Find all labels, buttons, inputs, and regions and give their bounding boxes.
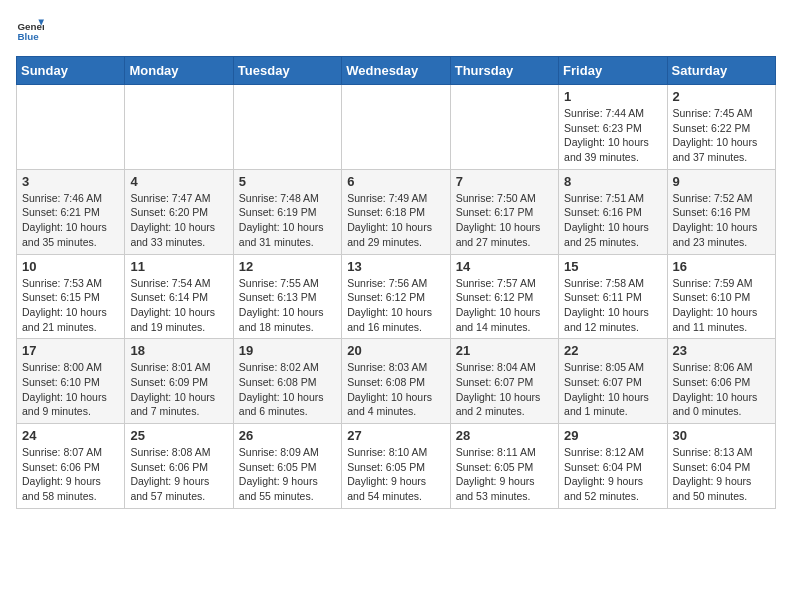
day-number: 26	[239, 428, 336, 443]
day-info: Sunrise: 7:47 AM Sunset: 6:20 PM Dayligh…	[130, 191, 227, 250]
calendar-cell: 4Sunrise: 7:47 AM Sunset: 6:20 PM Daylig…	[125, 169, 233, 254]
calendar-cell: 13Sunrise: 7:56 AM Sunset: 6:12 PM Dayli…	[342, 254, 450, 339]
day-info: Sunrise: 7:45 AM Sunset: 6:22 PM Dayligh…	[673, 106, 770, 165]
calendar-cell: 15Sunrise: 7:58 AM Sunset: 6:11 PM Dayli…	[559, 254, 667, 339]
day-info: Sunrise: 8:10 AM Sunset: 6:05 PM Dayligh…	[347, 445, 444, 504]
calendar-cell	[450, 85, 558, 170]
calendar-table: SundayMondayTuesdayWednesdayThursdayFrid…	[16, 56, 776, 509]
day-of-week-header: Tuesday	[233, 57, 341, 85]
calendar-cell: 22Sunrise: 8:05 AM Sunset: 6:07 PM Dayli…	[559, 339, 667, 424]
calendar-cell: 9Sunrise: 7:52 AM Sunset: 6:16 PM Daylig…	[667, 169, 775, 254]
day-number: 11	[130, 259, 227, 274]
calendar-cell: 5Sunrise: 7:48 AM Sunset: 6:19 PM Daylig…	[233, 169, 341, 254]
day-of-week-header: Thursday	[450, 57, 558, 85]
day-number: 6	[347, 174, 444, 189]
day-info: Sunrise: 7:56 AM Sunset: 6:12 PM Dayligh…	[347, 276, 444, 335]
day-number: 3	[22, 174, 119, 189]
calendar-cell: 7Sunrise: 7:50 AM Sunset: 6:17 PM Daylig…	[450, 169, 558, 254]
day-number: 2	[673, 89, 770, 104]
day-number: 19	[239, 343, 336, 358]
day-number: 30	[673, 428, 770, 443]
calendar-header-row: SundayMondayTuesdayWednesdayThursdayFrid…	[17, 57, 776, 85]
day-number: 13	[347, 259, 444, 274]
day-number: 14	[456, 259, 553, 274]
calendar-cell: 25Sunrise: 8:08 AM Sunset: 6:06 PM Dayli…	[125, 424, 233, 509]
day-info: Sunrise: 8:06 AM Sunset: 6:06 PM Dayligh…	[673, 360, 770, 419]
calendar-cell: 12Sunrise: 7:55 AM Sunset: 6:13 PM Dayli…	[233, 254, 341, 339]
svg-text:Blue: Blue	[17, 31, 39, 42]
calendar-cell	[233, 85, 341, 170]
day-info: Sunrise: 8:09 AM Sunset: 6:05 PM Dayligh…	[239, 445, 336, 504]
calendar-cell	[125, 85, 233, 170]
day-number: 15	[564, 259, 661, 274]
calendar-cell: 1Sunrise: 7:44 AM Sunset: 6:23 PM Daylig…	[559, 85, 667, 170]
day-number: 5	[239, 174, 336, 189]
calendar-cell: 20Sunrise: 8:03 AM Sunset: 6:08 PM Dayli…	[342, 339, 450, 424]
calendar-cell: 2Sunrise: 7:45 AM Sunset: 6:22 PM Daylig…	[667, 85, 775, 170]
calendar-cell: 27Sunrise: 8:10 AM Sunset: 6:05 PM Dayli…	[342, 424, 450, 509]
calendar-week-row: 10Sunrise: 7:53 AM Sunset: 6:15 PM Dayli…	[17, 254, 776, 339]
day-info: Sunrise: 8:02 AM Sunset: 6:08 PM Dayligh…	[239, 360, 336, 419]
calendar-cell: 3Sunrise: 7:46 AM Sunset: 6:21 PM Daylig…	[17, 169, 125, 254]
day-info: Sunrise: 8:07 AM Sunset: 6:06 PM Dayligh…	[22, 445, 119, 504]
day-info: Sunrise: 7:50 AM Sunset: 6:17 PM Dayligh…	[456, 191, 553, 250]
calendar-cell: 29Sunrise: 8:12 AM Sunset: 6:04 PM Dayli…	[559, 424, 667, 509]
day-number: 22	[564, 343, 661, 358]
day-number: 29	[564, 428, 661, 443]
day-info: Sunrise: 8:00 AM Sunset: 6:10 PM Dayligh…	[22, 360, 119, 419]
day-of-week-header: Sunday	[17, 57, 125, 85]
calendar-cell: 24Sunrise: 8:07 AM Sunset: 6:06 PM Dayli…	[17, 424, 125, 509]
day-info: Sunrise: 7:59 AM Sunset: 6:10 PM Dayligh…	[673, 276, 770, 335]
day-info: Sunrise: 7:48 AM Sunset: 6:19 PM Dayligh…	[239, 191, 336, 250]
day-info: Sunrise: 8:04 AM Sunset: 6:07 PM Dayligh…	[456, 360, 553, 419]
day-info: Sunrise: 7:57 AM Sunset: 6:12 PM Dayligh…	[456, 276, 553, 335]
day-info: Sunrise: 7:49 AM Sunset: 6:18 PM Dayligh…	[347, 191, 444, 250]
calendar-cell: 17Sunrise: 8:00 AM Sunset: 6:10 PM Dayli…	[17, 339, 125, 424]
day-number: 20	[347, 343, 444, 358]
calendar-cell: 30Sunrise: 8:13 AM Sunset: 6:04 PM Dayli…	[667, 424, 775, 509]
day-number: 7	[456, 174, 553, 189]
logo: General Blue	[16, 16, 48, 44]
day-info: Sunrise: 7:53 AM Sunset: 6:15 PM Dayligh…	[22, 276, 119, 335]
day-number: 16	[673, 259, 770, 274]
calendar-cell: 10Sunrise: 7:53 AM Sunset: 6:15 PM Dayli…	[17, 254, 125, 339]
calendar-week-row: 24Sunrise: 8:07 AM Sunset: 6:06 PM Dayli…	[17, 424, 776, 509]
day-number: 12	[239, 259, 336, 274]
day-info: Sunrise: 7:51 AM Sunset: 6:16 PM Dayligh…	[564, 191, 661, 250]
calendar-cell: 18Sunrise: 8:01 AM Sunset: 6:09 PM Dayli…	[125, 339, 233, 424]
day-number: 25	[130, 428, 227, 443]
day-info: Sunrise: 8:12 AM Sunset: 6:04 PM Dayligh…	[564, 445, 661, 504]
day-info: Sunrise: 7:44 AM Sunset: 6:23 PM Dayligh…	[564, 106, 661, 165]
calendar-cell: 23Sunrise: 8:06 AM Sunset: 6:06 PM Dayli…	[667, 339, 775, 424]
day-info: Sunrise: 7:52 AM Sunset: 6:16 PM Dayligh…	[673, 191, 770, 250]
day-of-week-header: Monday	[125, 57, 233, 85]
calendar-cell: 28Sunrise: 8:11 AM Sunset: 6:05 PM Dayli…	[450, 424, 558, 509]
calendar-week-row: 17Sunrise: 8:00 AM Sunset: 6:10 PM Dayli…	[17, 339, 776, 424]
day-number: 10	[22, 259, 119, 274]
calendar-cell	[342, 85, 450, 170]
day-of-week-header: Saturday	[667, 57, 775, 85]
calendar-cell: 14Sunrise: 7:57 AM Sunset: 6:12 PM Dayli…	[450, 254, 558, 339]
page-header: General Blue	[16, 16, 776, 44]
day-number: 4	[130, 174, 227, 189]
day-number: 8	[564, 174, 661, 189]
day-info: Sunrise: 7:55 AM Sunset: 6:13 PM Dayligh…	[239, 276, 336, 335]
day-number: 24	[22, 428, 119, 443]
day-info: Sunrise: 8:03 AM Sunset: 6:08 PM Dayligh…	[347, 360, 444, 419]
day-number: 27	[347, 428, 444, 443]
calendar-week-row: 3Sunrise: 7:46 AM Sunset: 6:21 PM Daylig…	[17, 169, 776, 254]
day-number: 17	[22, 343, 119, 358]
day-info: Sunrise: 8:05 AM Sunset: 6:07 PM Dayligh…	[564, 360, 661, 419]
calendar-cell: 19Sunrise: 8:02 AM Sunset: 6:08 PM Dayli…	[233, 339, 341, 424]
calendar-cell: 6Sunrise: 7:49 AM Sunset: 6:18 PM Daylig…	[342, 169, 450, 254]
day-info: Sunrise: 8:08 AM Sunset: 6:06 PM Dayligh…	[130, 445, 227, 504]
day-number: 23	[673, 343, 770, 358]
day-number: 1	[564, 89, 661, 104]
day-info: Sunrise: 7:58 AM Sunset: 6:11 PM Dayligh…	[564, 276, 661, 335]
calendar-cell: 26Sunrise: 8:09 AM Sunset: 6:05 PM Dayli…	[233, 424, 341, 509]
day-info: Sunrise: 7:46 AM Sunset: 6:21 PM Dayligh…	[22, 191, 119, 250]
calendar-cell: 21Sunrise: 8:04 AM Sunset: 6:07 PM Dayli…	[450, 339, 558, 424]
day-of-week-header: Wednesday	[342, 57, 450, 85]
day-number: 28	[456, 428, 553, 443]
calendar-cell: 8Sunrise: 7:51 AM Sunset: 6:16 PM Daylig…	[559, 169, 667, 254]
